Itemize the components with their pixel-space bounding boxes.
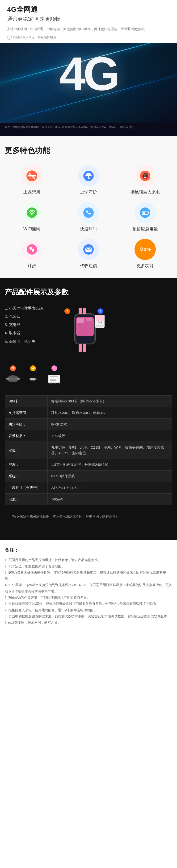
svg-rect-28	[79, 344, 82, 352]
product-item-4: 5. 保修卡、说明书	[5, 337, 57, 346]
spec-note-box: （*数据来源于我司测试数据，实际情况因测试不同，环境不同，略有差异）	[5, 510, 172, 523]
hero-description: 支持中国移动、中国联通、中国电信三大运营商的4G网络，网速更快更流畅，手表通话更…	[7, 26, 170, 32]
feature-item-2: 📵 拒绝陌生人来电	[118, 165, 172, 195]
acc-item-3: 3	[5, 365, 21, 385]
remark-7: 8. 页面中的数据及图表数据来源于我司测试仪技术参数，实验室及现场性测试数据、实…	[5, 613, 172, 626]
feature-item-4: 快速呼叫	[61, 202, 116, 232]
acc-item-4: 4	[25, 365, 41, 385]
acc-num-5: 5	[52, 365, 57, 371]
svg-rect-45	[50, 376, 58, 377]
hero-top-section: 4G全网通 通讯更稳定 网速更顺畅 支持中国移动、中国联通、中国电信三大运营商的…	[0, 0, 177, 43]
hero-subtitle: 通讯更稳定 网速更顺畅	[7, 16, 170, 23]
spec-val-7: 237.7*41.7*14.5mm	[48, 482, 172, 493]
product-showcase: 1. 小天才电话手表Q2A 2. 包装盒 3. 充电线 4. 取卡器 5. 保修…	[5, 304, 172, 356]
feature-item-6: 计步	[5, 239, 59, 269]
svg-text:1: 1	[66, 309, 68, 313]
spec-val-1: 移动2G/4G、联通3G/4G、电信4G	[48, 407, 172, 418]
spec-row-3: 表带材质： TPU软胶	[5, 430, 172, 441]
spec-key-0: SIM卡：	[5, 395, 48, 407]
svg-rect-39	[17, 378, 20, 379]
spec-row-2: 防水等级： IPX8 防水	[5, 418, 172, 430]
spec-table: SIM卡： 标准Nano SIM卡（同iPhone小卡） 支持运营商： 移动2G…	[5, 395, 172, 505]
spec-key-5: 屏幕：	[5, 459, 48, 470]
svg-rect-27	[83, 308, 86, 314]
svg-point-9	[83, 208, 94, 218]
remarks-title: 备注：	[5, 547, 172, 553]
svg-rect-29	[83, 344, 86, 352]
feature-icon-4	[78, 202, 99, 223]
remark-4: 5. 760mAh为件型容量，可能因使用环境不同而略有差异。	[5, 594, 172, 601]
spec-val-6: RTOS操作系统	[48, 470, 172, 482]
svg-text:Q2A: Q2A	[98, 321, 102, 323]
notice-text: 拒接陌生人来电：屏蔽陌扰电话	[13, 35, 56, 39]
spec-row-8: 电池： 760mAh	[5, 493, 172, 505]
acc-manual-icon: 保修卡说明书	[45, 373, 64, 385]
svg-point-42	[35, 378, 36, 380]
notice-icon: ✓	[7, 35, 12, 40]
spec-val-8: 760mAh	[48, 493, 172, 505]
product-list: 1. 小天才电话手表Q2A 2. 包装盒 3. 充电线 4. 取卡器 5. 保修…	[5, 304, 57, 346]
svg-rect-4	[88, 176, 89, 178]
svg-rect-47	[50, 379, 56, 379]
hero-4g-display: 4G	[59, 50, 118, 97]
feature-icon-3	[21, 202, 42, 223]
svg-rect-26	[79, 308, 82, 314]
feature-label-5: 预留应急电量	[132, 226, 158, 232]
svg-text:2: 2	[99, 309, 101, 313]
spec-note-text: （*数据来源于我司测试数据，实际情况因测试不同，环境不同，略有差异）	[8, 514, 169, 520]
spec-key-3: 表带材质：	[5, 430, 48, 441]
spec-val-3: TPU软胶	[48, 430, 172, 441]
product-image-area: 1 2 Q2A	[60, 304, 172, 356]
watch-illustration: 1 2 Q2A	[60, 304, 107, 356]
feature-label-6: 计步	[28, 263, 36, 269]
remarks-section: 备注： 1. 页面所展示的产品图片为示范，仅供参考，请以产品实物为准。 2. 尺…	[0, 540, 177, 635]
spec-val-4: 九重定位（GPS、北斗、QZSS、基站、WiFi、摄像头辅助、加速度传感器、AG…	[48, 441, 172, 459]
svg-rect-24	[77, 318, 84, 323]
remark-3: 4. IPX8防水：Q2A标水支持浸泡到到淡水深3GB/T 4208，但不适用用…	[5, 582, 172, 594]
feature-icon-more: More	[135, 239, 156, 260]
spec-key-4: 定位：	[5, 441, 48, 459]
feature-item-1: 上学守护	[61, 165, 116, 195]
feature-label-4: 快速呼叫	[80, 226, 97, 232]
hero-background: 4G	[0, 43, 177, 123]
features-section: 更多特色功能 上课禁用 上学守护 📵 拒绝陌生人来电	[0, 136, 177, 278]
acc-num-3: 3	[10, 365, 16, 371]
feature-icon-0	[21, 165, 42, 186]
acc-cable-icon	[5, 373, 21, 385]
features-title: 更多特色功能	[5, 146, 172, 156]
product-list-area: 1. 小天才电话手表Q2A 2. 包装盒 3. 充电线 4. 取卡器 5. 保修…	[5, 304, 57, 356]
feature-icon-5	[135, 202, 156, 223]
spec-key-6: 系统：	[5, 470, 48, 482]
feature-label-3: WiFi连网	[23, 226, 40, 232]
product-item-1: 2. 包装盒	[5, 312, 57, 320]
remarks-list: 1. 页面所展示的产品图片为示范，仅供参考，请以产品实物为准。 2. 尺寸定位：…	[5, 557, 172, 626]
product-item-3: 4. 取卡器	[5, 329, 57, 337]
feature-label-2: 拒绝陌生人来电	[130, 189, 160, 195]
svg-rect-25	[86, 318, 92, 320]
svg-point-14	[27, 244, 37, 255]
spec-row-5: 屏幕： 1.3英寸彩色显示屏，分辨率240*240	[5, 459, 172, 470]
feature-icon-6	[21, 239, 42, 260]
spec-row-4: 定位： 九重定位（GPS、北斗、QZSS、基站、WiFi、摄像头辅助、加速度传感…	[5, 441, 172, 459]
svg-rect-38	[6, 378, 9, 379]
remark-0: 1. 页面所展示的产品图片为示范，仅供参考，请以产品实物为准。	[5, 557, 172, 563]
svg-rect-33	[96, 315, 104, 321]
feature-icon-7	[78, 239, 99, 260]
spec-row-7: 手表尺寸（含表带）： 237.7*41.7*14.5mm	[5, 482, 172, 493]
product-item-0: 1. 小天才电话手表Q2A	[5, 304, 57, 312]
svg-rect-12	[148, 212, 149, 214]
more-icon-text: More	[140, 247, 151, 252]
spec-key-8: 电池：	[5, 493, 48, 505]
feature-icon-1	[78, 165, 99, 186]
specs-title: 产品配件展示及参数	[5, 287, 172, 297]
hero-footnote: 备注：中国电信仅支持4G网络，电信卡需开通VoLTE服务并确认手表绑定手机端小天…	[0, 123, 177, 131]
spec-row-1: 支持运营商： 移动2G/4G、联通3G/4G、电信4G	[5, 407, 172, 418]
svg-rect-48	[50, 380, 56, 381]
spec-row-6: 系统： RTOS操作系统	[5, 470, 172, 482]
hero-image-section: 4G 备注：中国电信仅支持4G网络，电信卡需开通VoLTE服务并确认手表绑定手机…	[0, 43, 177, 136]
hero-notice: ✓ 拒接陌生人来电：屏蔽陌扰电话	[7, 35, 170, 40]
acc-item-5: 5 保修卡说明书	[45, 365, 64, 385]
acc-ejector-icon	[25, 373, 41, 385]
remark-1: 2. 尺寸定位：地图数据来源于百度地图。	[5, 563, 172, 569]
spec-key-7: 手表尺寸（含表带）：	[5, 482, 48, 493]
